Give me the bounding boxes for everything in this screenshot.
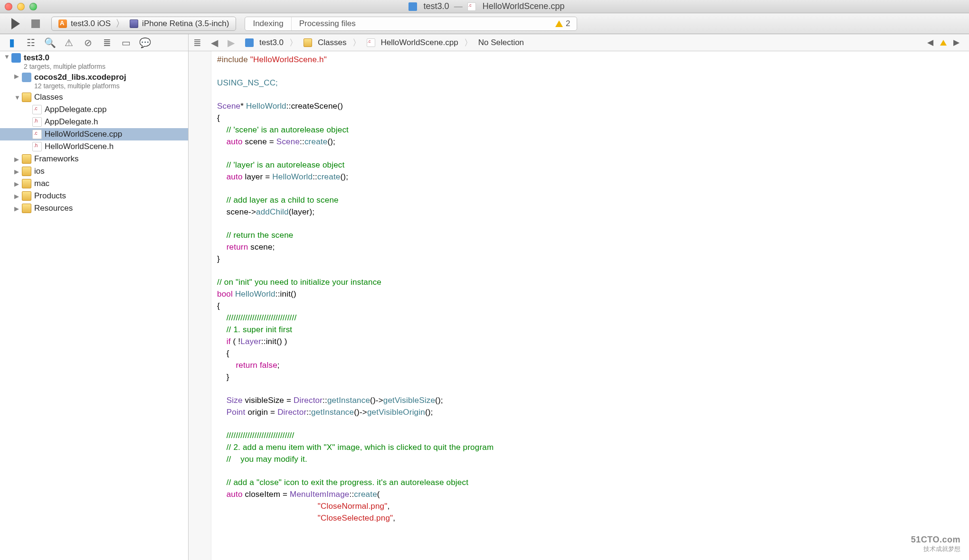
project-icon <box>408 2 417 11</box>
folder-icon <box>304 38 312 47</box>
window-titlebar: test3.0 — HelloWorldScene.cpp <box>0 0 969 13</box>
code-area[interactable]: #include "HelloWorldScene.h" USING_NS_CC… <box>189 51 969 524</box>
scheme-selector[interactable]: test3.0 iOS 〉 iPhone Retina (3.5-inch) <box>51 17 236 31</box>
nav-item[interactable]: AppDelegate.cpp <box>0 103 188 116</box>
project-navigator[interactable]: ▼ test3.0 2 targets, multiple platforms … <box>0 51 189 560</box>
filecpp-icon <box>32 130 42 139</box>
jump-seg-selection[interactable]: No Selection <box>478 38 524 47</box>
cpp-file-icon <box>367 38 375 47</box>
warn-count: 2 <box>566 19 570 28</box>
disclosure-icon[interactable]: ▼ <box>4 53 10 60</box>
disclosure-icon[interactable]: ▶ <box>14 180 21 187</box>
nav-item[interactable]: ▶Frameworks <box>0 153 188 165</box>
issue-badge[interactable]: 2 <box>549 19 577 28</box>
gutter[interactable] <box>189 51 211 560</box>
title-sep: — <box>454 1 463 11</box>
nav-item-label: Frameworks <box>34 154 79 164</box>
project-icon <box>245 38 254 47</box>
folder-icon <box>22 179 31 188</box>
nav-item-label: HelloWorldScene.h <box>45 142 114 151</box>
cpp-file-icon <box>467 2 476 11</box>
back-button[interactable]: ◀ <box>211 37 218 48</box>
watermark: 51CTO.com 技术成就梦想 <box>911 534 960 553</box>
title-doc1: test3.0 <box>424 1 449 11</box>
issue-navigator-icon[interactable]: ⚠ <box>64 37 74 48</box>
scheme-target: test3.0 iOS <box>71 19 111 28</box>
fileh-icon <box>32 142 42 151</box>
watermark-line: 51CTO.com <box>911 534 960 545</box>
chevron-right-icon: 〉 <box>289 37 298 48</box>
tabbar: ▮ ☷ 🔍 ⚠ ⊘ ≣ ▭ 💬 ≣ ◀ ▶ test3.0 〉 Classes … <box>0 34 969 51</box>
nav-item-label: AppDelegate.h <box>45 117 98 127</box>
nav-item-label: Resources <box>34 204 73 213</box>
search-navigator-icon[interactable]: 🔍 <box>45 37 55 48</box>
folder-icon <box>22 93 31 102</box>
disclosure-icon[interactable]: ▶ <box>14 168 21 175</box>
disclosure-icon[interactable]: ▶ <box>14 73 21 80</box>
debug-navigator-icon[interactable]: ≣ <box>102 37 112 48</box>
nav-item[interactable]: AppDelegate.h <box>0 116 188 128</box>
source-editor[interactable]: #include "HelloWorldScene.h" USING_NS_CC… <box>189 51 969 560</box>
nav-item[interactable]: HelloWorldScene.h <box>0 140 188 153</box>
prev-issue-icon[interactable]: ◀ <box>927 37 933 47</box>
nav-item[interactable]: ▶mac <box>0 177 188 190</box>
fileh-icon <box>32 117 42 127</box>
nav-item-subtitle: 12 targets, multiple platforms <box>34 82 126 90</box>
window-title: test3.0 — HelloWorldScene.cpp <box>37 1 936 11</box>
related-items-icon[interactable]: ≣ <box>193 37 201 48</box>
folder-icon <box>22 154 31 164</box>
nav-item[interactable]: ▼Classes <box>0 91 188 103</box>
test-navigator-icon[interactable]: ⊘ <box>83 37 93 48</box>
nav-root-sub: 2 targets, multiple platforms <box>24 63 105 70</box>
nav-item-label: mac <box>34 179 49 188</box>
scheme-device: iPhone Retina (3.5-inch) <box>142 19 229 28</box>
disclosure-icon[interactable]: ▶ <box>14 156 21 163</box>
nav-item[interactable]: ▶Resources <box>0 202 188 215</box>
zoom-icon[interactable] <box>29 3 37 10</box>
nav-item[interactable]: ▶cocos2d_libs.xcodeproj12 targets, multi… <box>0 71 188 91</box>
chevron-right-icon: 〉 <box>464 37 473 48</box>
subproj-icon <box>22 73 31 82</box>
jump-seg-project[interactable]: test3.0 <box>259 38 284 47</box>
stop-icon <box>31 19 40 28</box>
chevron-right-icon: 〉 <box>115 17 125 30</box>
symbol-navigator-icon[interactable]: ☷ <box>26 37 36 48</box>
nav-item-label: Classes <box>34 93 63 102</box>
breakpoint-navigator-icon[interactable]: ▭ <box>121 37 131 48</box>
nav-item-label: AppDelegate.cpp <box>45 105 106 114</box>
jump-bar: ≣ ◀ ▶ test3.0 〉 Classes 〉 HelloWorldScen… <box>189 34 969 51</box>
jump-seg-file[interactable]: HelloWorldScene.cpp <box>381 38 458 47</box>
nav-item[interactable]: HelloWorldScene.cpp <box>0 128 188 140</box>
nav-item-label: ios <box>34 167 45 176</box>
traffic-lights <box>5 3 37 10</box>
nav-item[interactable]: ▶Products <box>0 190 188 202</box>
jump-seg-folder[interactable]: Classes <box>318 38 346 47</box>
activity-view: Indexing Processing files 2 <box>245 17 577 31</box>
minimize-icon[interactable] <box>17 3 25 10</box>
nav-item-label: HelloWorldScene.cpp <box>45 130 122 139</box>
watermark-line: 技术成就梦想 <box>911 545 960 553</box>
log-navigator-icon[interactable]: 💬 <box>140 37 150 48</box>
nav-item[interactable]: ▶ios <box>0 165 188 177</box>
navigator-selector: ▮ ☷ 🔍 ⚠ ⊘ ≣ ▭ 💬 <box>0 34 189 51</box>
project-navigator-icon[interactable]: ▮ <box>7 37 17 48</box>
folder-icon <box>22 204 31 213</box>
app-icon <box>58 19 67 28</box>
warning-icon[interactable] <box>940 40 947 46</box>
workspace: ▼ test3.0 2 targets, multiple platforms … <box>0 51 969 560</box>
warning-icon <box>555 20 563 27</box>
next-issue-icon[interactable]: ▶ <box>953 37 960 47</box>
activity-status-1: Indexing <box>245 17 291 30</box>
close-icon[interactable] <box>5 3 12 10</box>
disclosure-icon[interactable]: ▼ <box>14 94 21 101</box>
nav-item-label: Products <box>34 191 66 201</box>
run-button[interactable] <box>9 17 23 30</box>
toolbar: test3.0 iOS 〉 iPhone Retina (3.5-inch) I… <box>0 13 969 34</box>
stop-button[interactable] <box>28 17 43 30</box>
disclosure-icon[interactable]: ▶ <box>14 205 21 212</box>
forward-button[interactable]: ▶ <box>228 37 235 48</box>
disclosure-icon[interactable]: ▶ <box>14 193 21 200</box>
device-icon <box>130 19 138 28</box>
folder-icon <box>22 167 31 176</box>
nav-root[interactable]: ▼ test3.0 2 targets, multiple platforms <box>0 51 188 71</box>
